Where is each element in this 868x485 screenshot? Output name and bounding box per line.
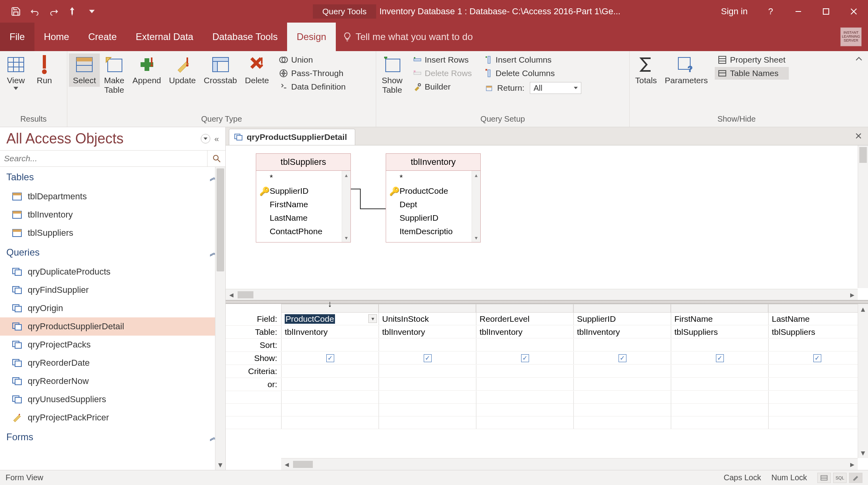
scroll-left-icon[interactable]: ◂ [226, 290, 237, 300]
scroll-left-icon[interactable]: ◂ [281, 460, 292, 469]
tab-home[interactable]: Home [34, 23, 79, 51]
column-selector[interactable] [573, 304, 671, 313]
nav-item-qryreorderdate[interactable]: qryReorderDate [0, 354, 225, 372]
ribbon-collapse-icon[interactable] [854, 53, 864, 64]
field-dropdown-icon[interactable]: ▾ [368, 314, 377, 323]
join-line[interactable] [351, 185, 386, 217]
field-item[interactable]: * [256, 171, 350, 184]
nav-category-queries[interactable]: Queries︽ [0, 242, 225, 263]
grid-cell-sort[interactable] [379, 339, 476, 351]
document-tab[interactable]: qryProductSupplierDetail [229, 129, 355, 145]
grid-cell-criteria[interactable] [671, 365, 768, 378]
close-icon[interactable] [843, 4, 865, 19]
show-table-button[interactable]: Show Table [378, 53, 407, 96]
scrollbar-thumb[interactable] [293, 461, 313, 468]
column-selector[interactable] [671, 304, 768, 313]
update-button[interactable]: Update [165, 53, 200, 87]
field-item[interactable]: Dept [386, 198, 480, 211]
grid-cell-or[interactable] [476, 378, 573, 391]
document-close-icon[interactable] [854, 131, 863, 141]
delete-columns-button[interactable]: Delete Columns [482, 67, 585, 80]
tab-external-data[interactable]: External Data [126, 23, 203, 51]
property-sheet-button[interactable]: Property Sheet [715, 53, 788, 66]
tab-database-tools[interactable]: Database Tools [203, 23, 287, 51]
field-item[interactable]: FirstName [256, 198, 350, 211]
nav-item-qryfindsupplier[interactable]: qryFindSupplier [0, 281, 225, 299]
grid-cell-criteria[interactable] [476, 365, 573, 378]
nav-item-tblinventory[interactable]: tblInventory [0, 206, 225, 224]
undo-icon[interactable] [27, 4, 43, 19]
field-item[interactable]: LastName [256, 211, 350, 225]
insert-columns-button[interactable]: Insert Columns [482, 53, 585, 66]
scrollbar-thumb[interactable] [217, 168, 224, 271]
union-button[interactable]: Union [276, 53, 349, 66]
grid-cell-or[interactable] [573, 378, 671, 391]
scroll-right-icon[interactable]: ▸ [847, 460, 858, 469]
grid-cell-field[interactable]: FirstName [671, 313, 768, 325]
grid-cell-sort[interactable] [281, 339, 379, 351]
nav-item-qryprojectpacks[interactable]: qryProjectPacks [0, 336, 225, 354]
save-icon[interactable] [8, 4, 24, 19]
tab-create[interactable]: Create [79, 23, 126, 51]
grid-cell-field[interactable]: ProductCode▾ [281, 313, 379, 325]
field-item[interactable]: * [386, 171, 480, 184]
scrollbar-thumb[interactable] [859, 147, 867, 163]
redo-icon[interactable] [46, 4, 62, 19]
builder-button[interactable]: Builder [410, 80, 475, 93]
grid-v-scrollbar[interactable]: ▴▾ [858, 304, 868, 458]
make-table-button[interactable]: Make Table [100, 53, 128, 96]
tell-me-search[interactable]: Tell me what you want to do [336, 31, 473, 42]
view-button[interactable]: View [2, 53, 30, 92]
column-selector[interactable] [379, 304, 476, 313]
column-selector[interactable] [768, 304, 866, 313]
canvas-h-scrollbar[interactable]: ◂ ▸ [226, 289, 858, 300]
datasheet-view-icon[interactable] [817, 473, 831, 483]
help-icon[interactable]: ? [760, 4, 782, 19]
relationship-canvas[interactable]: tblSuppliers ▴▾ * 🔑SupplierID FirstName … [226, 145, 868, 300]
tab-file[interactable]: File [0, 23, 34, 51]
grid-cell-sort[interactable] [573, 339, 671, 351]
grid-cell-or[interactable] [281, 378, 379, 391]
select-query-button[interactable]: Select [69, 53, 100, 87]
column-selector[interactable] [476, 304, 573, 313]
totals-button[interactable]: Totals [631, 53, 661, 87]
grid-cell-table[interactable]: tblInventory [281, 326, 379, 338]
nav-collapse-icon[interactable]: « [214, 134, 219, 143]
delete-rows-button[interactable]: Delete Rows [410, 67, 475, 80]
grid-cell-table[interactable]: tblSuppliers [671, 326, 768, 338]
scroll-down-icon[interactable]: ▾ [215, 460, 225, 470]
delete-query-button[interactable]: Delete [241, 53, 273, 87]
pass-through-button[interactable]: Pass-Through [276, 67, 349, 80]
nav-item-qryorigin[interactable]: qryOrigin [0, 299, 225, 317]
grid-cell-or[interactable] [671, 378, 768, 391]
grid-cell-table[interactable]: tblInventory [573, 326, 671, 338]
grid-cell-table[interactable]: tblSuppliers [768, 326, 866, 338]
table-box-tblinventory[interactable]: tblInventory ▴▾ * 🔑ProductCode Dept Supp… [386, 153, 481, 242]
field-item[interactable]: ItemDescriptio [386, 225, 480, 238]
nav-item-qryduplicateproducts[interactable]: qryDuplicateProducts [0, 263, 225, 281]
grid-cell-criteria[interactable] [379, 365, 476, 378]
tab-design[interactable]: Design [287, 23, 336, 51]
canvas-v-scrollbar[interactable] [858, 145, 868, 288]
grid-cell-show[interactable]: ✓ [281, 352, 379, 365]
grid-h-scrollbar[interactable]: ◂ ▸ [281, 458, 858, 470]
nav-scrollbar[interactable]: ▾ [215, 167, 225, 470]
grid-cell-field[interactable]: SupplierID [573, 313, 671, 325]
grid-cell-show[interactable]: ✓ [476, 352, 573, 365]
grid-cell-or[interactable] [379, 378, 476, 391]
grid-cell-table[interactable]: tblInventory [476, 326, 573, 338]
grid-cell-criteria[interactable] [281, 365, 379, 378]
field-item[interactable]: SupplierID [386, 211, 480, 225]
nav-category-forms[interactable]: Forms︽ [0, 427, 225, 447]
grid-cell-field[interactable]: ReorderLevel [476, 313, 573, 325]
grid-cell-table[interactable]: tblInventory [379, 326, 476, 338]
run-button[interactable]: Run [30, 53, 59, 87]
minimize-icon[interactable] [787, 4, 809, 19]
nav-item-qryunusedsuppliers[interactable]: qryUnusedSuppliers [0, 390, 225, 409]
nav-item-qryprojectpackpricer[interactable]: qryProjectPackPricer [0, 409, 225, 427]
nav-item-tblsuppliers[interactable]: tblSuppliers [0, 224, 225, 242]
return-dropdown[interactable]: All [530, 82, 581, 94]
format-painter-icon[interactable] [65, 4, 81, 19]
grid-cell-show[interactable]: ✓ [671, 352, 768, 365]
nav-item-qryproductsupplierdetail[interactable]: qryProductSupplierDetail [0, 317, 225, 336]
